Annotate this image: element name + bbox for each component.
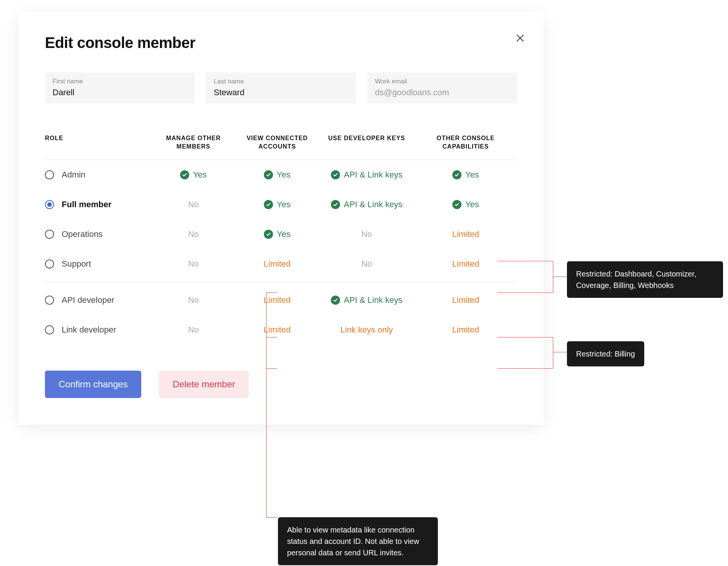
annotation-line [266, 517, 278, 518]
role-name-full-member: Full member [62, 200, 112, 209]
radio-full-member[interactable] [45, 200, 54, 209]
annotation-line [553, 282, 553, 293]
annotation-line [553, 277, 567, 277]
tooltip-view-limited: Able to view metadata like connection st… [278, 517, 438, 565]
last-name-field[interactable]: Last name Steward [206, 72, 356, 104]
close-button[interactable] [514, 32, 526, 44]
role-name-support: Support [62, 259, 91, 269]
last-name-label: Last name [214, 78, 348, 85]
header-manage: MANAGE OTHER MEMBERS [152, 134, 235, 151]
role-divider [45, 282, 517, 282]
button-row: Confirm changes Delete member [45, 371, 517, 398]
cell-linkdev-other: Limited [452, 325, 479, 335]
cell-operations-other: Limited [452, 229, 479, 239]
role-row-link-developer[interactable]: Link developer No Limited Link keys only… [45, 315, 517, 345]
last-name-value: Steward [214, 88, 348, 98]
header-other: OTHER CONSOLE CAPABILITIES [414, 134, 517, 151]
role-row-support[interactable]: Support No Limited No Limited [45, 249, 517, 279]
check-icon [180, 170, 189, 179]
cell-admin-devkeys: API & Link keys [344, 170, 402, 180]
check-icon [264, 170, 273, 179]
cell-operations-manage: No [188, 229, 199, 239]
radio-support[interactable] [45, 259, 54, 269]
roles-table: ROLE MANAGE OTHER MEMBERS VIEW CONNECTED… [45, 134, 517, 345]
cell-operations-view: Yes [277, 229, 291, 239]
cell-fullmember-manage: No [188, 200, 199, 209]
role-name-link-developer: Link developer [62, 325, 116, 335]
check-icon [331, 296, 340, 305]
cell-fullmember-other: Yes [465, 200, 479, 209]
delete-member-button[interactable]: Delete member [159, 371, 249, 398]
check-icon [331, 170, 340, 179]
role-row-api-developer[interactable]: API developer No Limited API & Link keys… [45, 285, 517, 315]
check-icon [452, 170, 461, 179]
radio-api-developer[interactable] [45, 296, 54, 305]
email-field: Work email ds@goodloans.com [367, 72, 517, 104]
cell-fullmember-view: Yes [277, 200, 291, 209]
cell-support-devkeys: No [361, 259, 372, 269]
input-row: First name Darell Last name Steward Work… [45, 72, 517, 104]
check-icon [331, 200, 340, 209]
check-icon [264, 200, 273, 209]
cell-operations-devkeys: No [361, 229, 372, 239]
role-row-full-member[interactable]: Full member No Yes API & Link keys Yes [45, 190, 517, 219]
first-name-value: Darell [53, 88, 187, 98]
cell-apidev-devkeys: API & Link keys [344, 295, 402, 305]
cell-apidev-view: Limited [264, 295, 291, 305]
first-name-field[interactable]: First name Darell [45, 72, 195, 104]
check-icon [264, 230, 273, 239]
modal-title: Edit console member [45, 34, 517, 51]
tooltip-other-restricted-billing: Restricted: Billing [567, 341, 644, 366]
radio-operations[interactable] [45, 230, 54, 239]
cell-support-view: Limited [264, 259, 291, 269]
check-icon [452, 200, 461, 209]
roles-table-header: ROLE MANAGE OTHER MEMBERS VIEW CONNECTED… [45, 134, 517, 160]
cell-fullmember-devkeys: API & Link keys [344, 200, 402, 209]
cell-linkdev-devkeys: Link keys only [340, 325, 393, 335]
cell-admin-manage: Yes [193, 170, 207, 180]
annotation-line [553, 337, 553, 368]
header-view: VIEW CONNECTED ACCOUNTS [235, 134, 319, 151]
role-row-admin[interactable]: Admin Yes Yes API & Link keys Yes [45, 160, 517, 190]
cell-support-manage: No [188, 259, 199, 269]
first-name-label: First name [53, 78, 187, 85]
annotation-line [553, 352, 567, 352]
edit-member-modal: Edit console member First name Darell La… [18, 11, 544, 425]
role-row-operations[interactable]: Operations No Yes No Limited [45, 219, 517, 249]
cell-linkdev-manage: No [188, 325, 199, 335]
cell-linkdev-view: Limited [264, 325, 291, 335]
cell-apidev-manage: No [188, 295, 199, 305]
close-icon [516, 34, 524, 42]
confirm-changes-button[interactable]: Confirm changes [45, 371, 141, 398]
annotation-line [553, 261, 553, 282]
role-name-api-developer: API developer [62, 295, 114, 305]
cell-admin-other: Yes [465, 170, 479, 180]
radio-link-developer[interactable] [45, 325, 54, 334]
email-label: Work email [375, 78, 509, 85]
cell-support-other: Limited [452, 259, 479, 269]
cell-apidev-other: Limited [452, 295, 479, 305]
cell-admin-view: Yes [277, 170, 291, 180]
header-role: ROLE [45, 134, 152, 151]
radio-admin[interactable] [45, 170, 54, 179]
email-value: ds@goodloans.com [375, 88, 509, 98]
header-devkeys: USE DEVELOPER KEYS [319, 134, 414, 151]
role-name-operations: Operations [62, 229, 103, 239]
tooltip-other-restricted-full: Restricted: Dashboard, Customizer, Cover… [567, 261, 723, 298]
role-name-admin: Admin [62, 170, 85, 180]
